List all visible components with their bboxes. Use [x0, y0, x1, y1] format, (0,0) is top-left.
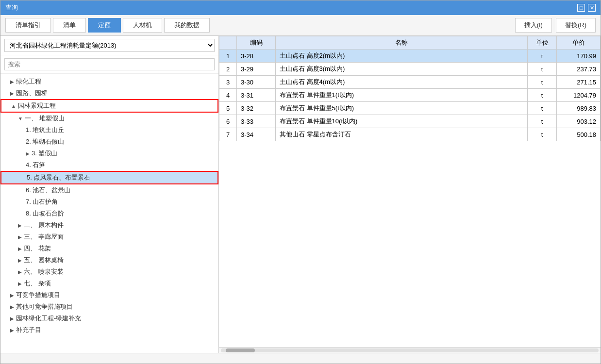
row-code: 3-29	[237, 63, 276, 76]
table-row[interactable]: 2 3-29 土山点石 高度3(m以内) t 237.73	[219, 63, 601, 76]
tab-qingdan[interactable]: 清单	[53, 18, 86, 33]
dropdown-row: 河北省园林绿化工程消耗量定额(2013)	[0, 36, 218, 55]
tree-item-sujiashan[interactable]: ▶ 3. 塑假山	[0, 148, 218, 159]
replace-button[interactable]: 替换(R)	[556, 18, 596, 33]
row-no: 2	[219, 63, 237, 76]
minimize-button[interactable]: □	[577, 4, 585, 12]
tree-item-qita-kejingzheng[interactable]: ▶ 其他可竞争措施项目	[0, 301, 218, 313]
row-name: 土山点石 高度2(m以内)	[276, 50, 528, 63]
tree-container: ▶ 绿化工程 ▶ 园路、园桥 ▲ 园林景观工程 ▼ 一、 堆塑假山	[0, 74, 218, 353]
title-bar: 查询 □ ✕	[0, 0, 601, 15]
row-unit: t	[528, 50, 557, 63]
scrollbar-area	[219, 347, 601, 353]
row-unit: t	[528, 63, 557, 76]
action-buttons: 插入(I) 替换(R)	[515, 18, 596, 33]
row-name: 土山点石 高度4(m以内)	[276, 76, 528, 89]
tree-item-yuanlu[interactable]: ▶ 园路、园桥	[0, 87, 218, 99]
row-no: 6	[219, 115, 237, 128]
tree-item-kejingzheng[interactable]: ▶ 可竞争措施项目	[0, 289, 218, 301]
row-price: 500.18	[557, 128, 601, 141]
row-unit: t	[528, 102, 557, 115]
row-price: 271.15	[557, 76, 601, 89]
row-no: 3	[219, 76, 237, 89]
tree-item-zaxiang[interactable]: ▶ 七、 杂项	[0, 278, 218, 289]
main-window: 查询 □ ✕ 清单指引 清单 定额 人材机 我的数据 插入(I) 替换(R) 河…	[0, 0, 601, 364]
arrow-icon: ▶	[26, 151, 30, 156]
search-input[interactable]	[4, 58, 215, 70]
arrow-icon: ▶	[10, 316, 14, 321]
tab-qingdan-zhiyin[interactable]: 清单指引	[5, 18, 51, 33]
tree-item-duiqi[interactable]: 2. 堆砌石假山	[0, 136, 218, 148]
row-no: 7	[219, 128, 237, 141]
window-controls: □ ✕	[577, 4, 596, 12]
row-name: 布置景石 单件重量1(t以内)	[276, 89, 528, 102]
row-name: 土山点石 高度3(m以内)	[276, 63, 528, 76]
col-header-unit: 单位	[528, 36, 557, 50]
arrow-icon: ▶	[18, 281, 22, 286]
tree-item-huajia[interactable]: ▶ 四、 花架	[0, 243, 218, 254]
right-panel: 编码 名称 单位 单价 1 3-28 土山点石 高度2(m以内) t 170.9…	[219, 36, 601, 353]
tree-item-luhua[interactable]: ▶ 绿化工程	[0, 76, 218, 87]
row-code: 3-32	[237, 102, 276, 115]
table-row[interactable]: 6 3-33 布置景石 单件重量10(t以内) t 903.12	[219, 115, 601, 128]
row-no: 5	[219, 102, 237, 115]
insert-button[interactable]: 插入(I)	[515, 18, 552, 33]
search-row	[0, 55, 218, 74]
table-row[interactable]: 4 3-31 布置景石 单件重量1(t以内) t 1204.79	[219, 89, 601, 102]
arrow-icon: ▶	[18, 258, 22, 263]
tab-rencaiji[interactable]: 人材机	[123, 18, 162, 33]
arrow-icon: ▼	[18, 116, 23, 121]
scrollbar-thumb[interactable]	[226, 348, 255, 352]
row-code: 3-28	[237, 50, 276, 63]
tree-item-chishi[interactable]: 6. 池石、盆景山	[0, 184, 218, 196]
tree-item-yuanmu[interactable]: ▶ 二、 原木构件	[0, 219, 218, 231]
row-unit: t	[528, 128, 557, 141]
row-price: 989.83	[557, 102, 601, 115]
window-title: 查询	[5, 3, 18, 12]
tree-item-zhuoyi[interactable]: ▶ 五、 园林桌椅	[0, 254, 218, 266]
table-wrapper: 编码 名称 单位 单价 1 3-28 土山点石 高度2(m以内) t 170.9…	[219, 36, 601, 347]
status-bar	[0, 353, 601, 364]
col-header-name: 名称	[276, 36, 528, 50]
close-button[interactable]: ✕	[588, 4, 596, 12]
row-name: 布置景石 单件重量10(t以内)	[276, 115, 528, 128]
arrow-icon: ▲	[11, 103, 16, 109]
tree-item-buchong[interactable]: ▶ 补充子目	[0, 324, 218, 336]
tree-item-shishi[interactable]: 7. 山石护角	[0, 196, 218, 208]
arrow-icon: ▶	[18, 269, 22, 275]
tree-item-dianfengjing[interactable]: 5. 点风景石、布置景石	[0, 171, 218, 184]
table-row[interactable]: 1 3-28 土山点石 高度2(m以内) t 170.99	[219, 50, 601, 63]
quota-dropdown[interactable]: 河北省园林绿化工程消耗量定额(2013)	[4, 39, 215, 52]
tree-item-shisun[interactable]: 4. 石笋	[0, 159, 218, 171]
row-unit: t	[528, 76, 557, 89]
row-code: 3-33	[237, 115, 276, 128]
arrow-icon: ▶	[10, 328, 14, 333]
arrow-icon: ▶	[18, 246, 22, 251]
main-content: 河北省园林绿化工程消耗量定额(2013) ▶ 绿化工程 ▶ 园路、园桥	[0, 36, 601, 353]
tree-item-penquan[interactable]: ▶ 六、 喷泉安装	[0, 266, 218, 278]
row-no: 1	[219, 50, 237, 63]
tree-item-shanpo[interactable]: 8. 山坡石台阶	[0, 208, 218, 219]
table-row[interactable]: 7 3-34 其他山石 零星点布含汀石 t 500.18	[219, 128, 601, 141]
arrow-icon: ▶	[10, 91, 14, 96]
row-no: 4	[219, 89, 237, 102]
arrow-icon: ▶	[10, 304, 14, 310]
col-header-price: 单价	[557, 36, 601, 50]
arrow-icon: ▶	[10, 293, 14, 298]
row-name: 布置景石 单件重量5(t以内)	[276, 102, 528, 115]
tab-wode-shuju[interactable]: 我的数据	[164, 18, 210, 33]
tree-item-tinglang[interactable]: ▶ 三、 亭廊屋面	[0, 231, 218, 243]
tree-item-dui-su[interactable]: ▼ 一、 堆塑假山	[0, 113, 218, 124]
tree-item-lvjian[interactable]: ▶ 园林绿化工程-绿建补充	[0, 313, 218, 324]
row-code: 3-34	[237, 128, 276, 141]
table-row[interactable]: 5 3-32 布置景石 单件重量5(t以内) t 989.83	[219, 102, 601, 115]
table-row[interactable]: 3 3-30 土山点石 高度4(m以内) t 271.15	[219, 76, 601, 89]
row-price: 237.73	[557, 63, 601, 76]
row-price: 903.12	[557, 115, 601, 128]
tab-dinge[interactable]: 定额	[88, 18, 121, 33]
row-unit: t	[528, 89, 557, 102]
tree-item-duizhu[interactable]: 1. 堆筑土山丘	[0, 124, 218, 136]
left-panel: 河北省园林绿化工程消耗量定额(2013) ▶ 绿化工程 ▶ 园路、园桥	[0, 36, 219, 353]
row-unit: t	[528, 115, 557, 128]
tree-item-yuanlin[interactable]: ▲ 园林景观工程	[0, 99, 218, 113]
